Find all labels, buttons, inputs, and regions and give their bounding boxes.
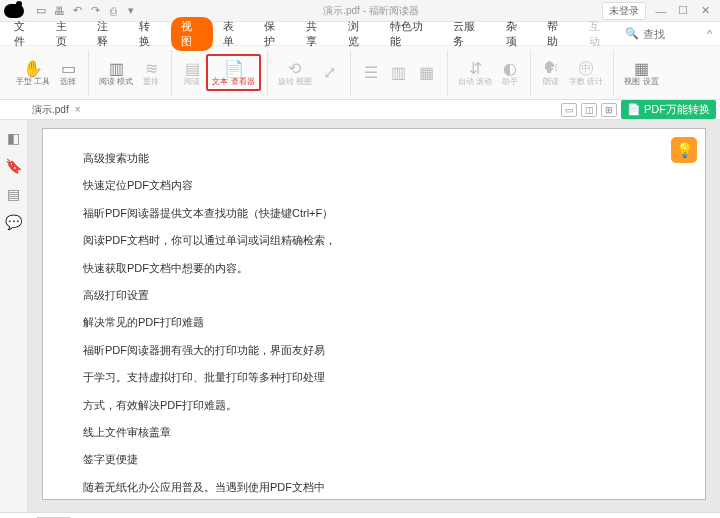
ribbon-group-read: ▥阅读 模式 ≋重排 <box>89 50 172 96</box>
rotate-view-button[interactable]: ⟲旋转 视图 <box>274 56 316 89</box>
assistant-button[interactable]: ◐助手 <box>496 56 524 89</box>
menu-form[interactable]: 表单 <box>213 17 255 51</box>
document-tabstrip: 演示.pdf × ▭ ◫ ⊞ 📄 PDF万能转换 <box>0 100 720 120</box>
document-area[interactable]: 💡 高级搜索功能 快速定位PDF文档内容 福昕PDF阅读器提供文本查找功能（快捷… <box>28 120 720 512</box>
text-viewer-button[interactable]: 📄文本 查看器 <box>206 54 260 91</box>
document-tab-label: 演示.pdf <box>32 103 69 117</box>
reflow-button[interactable]: ≋重排 <box>137 56 165 89</box>
layout-3-button[interactable]: ▦ <box>413 61 441 85</box>
close-icon[interactable]: ✕ <box>694 2 716 20</box>
document-tab[interactable]: 演示.pdf × <box>32 103 81 117</box>
search-icon[interactable]: 🔍 <box>625 27 639 40</box>
menubar: 文件 主页 注释 转换 视图 表单 保护 共享 浏览 特色功能 云服务 杂项 帮… <box>0 22 720 46</box>
text-line: 阅读PDF文档时，你可以通过单词或词组精确检索， <box>83 233 665 248</box>
nav-outline-icon[interactable]: ◧ <box>7 130 20 146</box>
read-aloud-button[interactable]: 🗣朗读 <box>537 56 565 89</box>
collapse-ribbon-icon[interactable]: ^ <box>707 28 712 40</box>
read-mode-button[interactable]: ▥阅读 模式 <box>95 56 137 89</box>
text-line: 高级打印设置 <box>83 288 665 303</box>
text-line: 解决常见的PDF打印难题 <box>83 315 665 330</box>
menu-cloud[interactable]: 云服务 <box>443 17 496 51</box>
auto-scroll-button[interactable]: ⇵自动 滚动 <box>454 56 496 89</box>
page: 💡 高级搜索功能 快速定位PDF文档内容 福昕PDF阅读器提供文本查找功能（快捷… <box>42 128 706 500</box>
text-line: 方式，有效解决PDF打印难题。 <box>83 398 665 413</box>
menu-features[interactable]: 特色功能 <box>380 17 443 51</box>
word-count-button[interactable]: ㊥字数 统计 <box>565 56 607 89</box>
ribbon-group-settings: ▦视图 设置 <box>614 50 668 96</box>
menu-browse[interactable]: 浏览 <box>338 17 380 51</box>
nav-pages-icon[interactable]: ▤ <box>7 186 20 202</box>
minimize-icon[interactable]: — <box>650 2 672 20</box>
pdf-convert-label: PDF万能转换 <box>644 102 710 117</box>
search-input[interactable] <box>643 28 703 40</box>
pdf-convert-icon: 📄 <box>627 103 641 116</box>
menu-comment[interactable]: 注释 <box>87 17 129 51</box>
menu-convert[interactable]: 转换 <box>129 17 171 51</box>
text-line: 快速定位PDF文档内容 <box>83 178 665 193</box>
ribbon-group-tools: ✋手型 工具 ▭选择 <box>6 50 89 96</box>
layout-1-button[interactable]: ☰ <box>357 61 385 85</box>
app-logo <box>4 4 24 18</box>
menu-home[interactable]: 主页 <box>46 17 88 51</box>
text-line: 线上文件审核盖章 <box>83 425 665 440</box>
ribbon-group-viewer: ▤阅读 📄文本 查看器 <box>172 50 267 96</box>
ribbon-group-speech: 🗣朗读 ㊥字数 统计 <box>531 50 614 96</box>
ribbon-group-assist: ⇵自动 滚动 ◐助手 <box>448 50 531 96</box>
menu-protect[interactable]: 保护 <box>254 17 296 51</box>
text-line: 快速获取PDF文档中想要的内容。 <box>83 261 665 276</box>
window-title: 演示.pdf - 福昕阅读器 <box>140 4 602 18</box>
nav-comments-icon[interactable]: 💬 <box>5 214 22 230</box>
text-line: 福昕PDF阅读器拥有强大的打印功能，界面友好易 <box>83 343 665 358</box>
tabstrip-tools: ▭ ◫ ⊞ 📄 PDF万能转换 <box>561 100 716 119</box>
read-button[interactable]: ▤阅读 <box>178 56 206 89</box>
hand-tool-button[interactable]: ✋手型 工具 <box>12 56 54 89</box>
ribbon-group-rotate: ⟲旋转 视图 ⤢ <box>268 50 351 96</box>
select-tool-button[interactable]: ▭选择 <box>54 56 82 89</box>
statusbar: « ‹ 3 / 3 › » ▭ ▥ ◫ ▦ | ⊡ ↔ ⤢ | − + 100%… <box>0 512 720 518</box>
menu-help[interactable]: 帮助 <box>537 17 579 51</box>
layout-tool-1-icon[interactable]: ▭ <box>561 103 577 117</box>
left-panel: ◧ 🔖 ▤ 💬 <box>0 120 28 512</box>
layout-tool-3-icon[interactable]: ⊞ <box>601 103 617 117</box>
workspace: ◧ 🔖 ▤ 💬 💡 高级搜索功能 快速定位PDF文档内容 福昕PDF阅读器提供文… <box>0 120 720 512</box>
menu-share[interactable]: 共享 <box>296 17 338 51</box>
menu-view[interactable]: 视图 <box>171 17 213 51</box>
layout-tool-2-icon[interactable]: ◫ <box>581 103 597 117</box>
maximize-icon[interactable]: ☐ <box>672 2 694 20</box>
menu-extra[interactable]: 互动 <box>579 17 621 51</box>
rotate-other-button[interactable]: ⤢ <box>316 61 344 85</box>
text-line: 于学习。支持虚拟打印、批量打印等多种打印处理 <box>83 370 665 385</box>
nav-bookmark-icon[interactable]: 🔖 <box>5 158 22 174</box>
tab-close-icon[interactable]: × <box>75 104 81 115</box>
text-line: 签字更便捷 <box>83 452 665 467</box>
layout-2-button[interactable]: ▥ <box>385 61 413 85</box>
view-settings-button[interactable]: ▦视图 设置 <box>620 56 662 89</box>
tip-bulb-icon[interactable]: 💡 <box>671 137 697 163</box>
menu-misc[interactable]: 杂项 <box>496 17 538 51</box>
text-line: 随着无纸化办公应用普及。当遇到使用PDF文档中 <box>83 480 665 495</box>
ribbon-group-layout: ☰ ▥ ▦ <box>351 50 448 96</box>
pdf-convert-button[interactable]: 📄 PDF万能转换 <box>621 100 716 119</box>
menu-file[interactable]: 文件 <box>4 17 46 51</box>
text-line: 高级搜索功能 <box>83 151 665 166</box>
text-line: 福昕PDF阅读器提供文本查找功能（快捷键Ctrl+F） <box>83 206 665 221</box>
ribbon: ✋手型 工具 ▭选择 ▥阅读 模式 ≋重排 ▤阅读 📄文本 查看器 ⟲旋转 视图… <box>0 46 720 100</box>
